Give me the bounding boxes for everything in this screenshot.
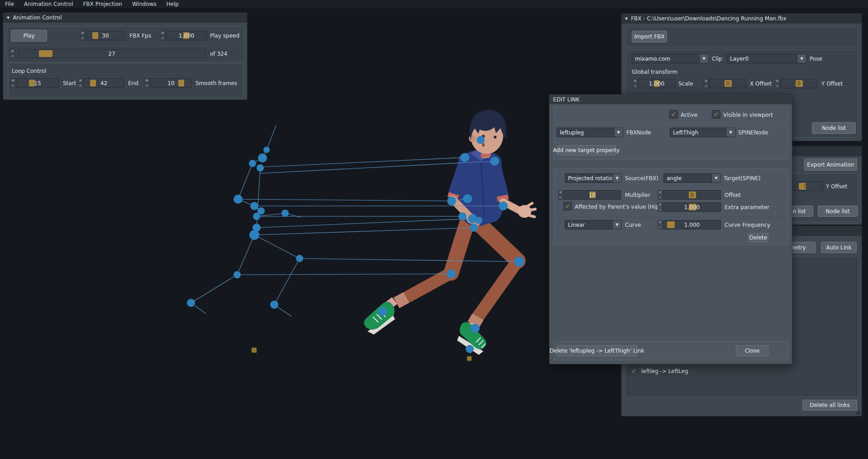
stepper-decrement[interactable]: - <box>775 84 780 88</box>
stepper-increment[interactable]: + <box>160 31 165 35</box>
export-animation-button[interactable]: Export Animation <box>804 158 857 171</box>
stepper-increment[interactable]: + <box>658 190 663 195</box>
link-list-item[interactable]: ✓leftleg -> LeftLeg <box>630 367 688 375</box>
spine-node-combo[interactable]: LeftThigh ▼ <box>670 128 735 137</box>
joint-node[interactable] <box>470 224 478 232</box>
offset-stepper[interactable]: +- <box>658 190 663 200</box>
stepper-decrement[interactable]: - <box>658 207 663 212</box>
stepper-increment[interactable]: + <box>144 78 149 83</box>
target-combo[interactable]: angle ▼ <box>663 173 721 183</box>
joint-node[interactable] <box>463 194 472 203</box>
joint-node[interactable] <box>187 299 195 307</box>
delete-all-links-button[interactable]: Delete all links <box>802 400 857 411</box>
chevron-down-icon[interactable]: ▼ <box>711 174 720 182</box>
joint-node[interactable] <box>458 212 467 220</box>
chevron-down-icon[interactable]: ▼ <box>797 54 806 63</box>
joint-node[interactable] <box>263 147 270 153</box>
offset-drag[interactable]: 0 <box>663 190 721 200</box>
add-target-property-button[interactable]: Add new target property <box>557 145 616 155</box>
stepper-decrement[interactable]: - <box>658 225 663 230</box>
stepper-decrement[interactable]: - <box>658 195 663 200</box>
joint-node[interactable] <box>249 230 259 240</box>
frame-slider[interactable]: 27 <box>18 49 206 58</box>
loop-start-drag[interactable]: 15 <box>16 78 59 88</box>
skeleton-markers[interactable] <box>252 348 472 361</box>
joint-node[interactable] <box>378 307 387 316</box>
close-button[interactable]: Close <box>736 345 768 356</box>
smooth-frames-drag[interactable]: 10 <box>150 78 192 88</box>
joint-node[interactable] <box>514 257 524 267</box>
y-offset-stepper[interactable]: +- <box>775 79 780 88</box>
node-list-button[interactable]: Node list <box>812 122 856 134</box>
joint-node[interactable] <box>447 196 456 206</box>
joint-node[interactable] <box>447 269 456 278</box>
stepper-decrement[interactable]: - <box>10 54 15 58</box>
ik-marker[interactable] <box>252 348 257 353</box>
visible-in-viewport-checkbox[interactable]: ✓ <box>712 110 720 119</box>
stepper-decrement[interactable]: - <box>80 36 85 40</box>
y-offset-drag[interactable]: 0 <box>780 79 817 88</box>
scale-drag[interactable]: 1.000 <box>638 79 675 88</box>
loop-end-drag[interactable]: 42 <box>84 78 124 88</box>
edit-link-titlebar[interactable]: EDIT LINK <box>549 95 792 104</box>
stepper-decrement[interactable]: - <box>78 83 83 88</box>
joint-node[interactable] <box>270 301 278 309</box>
joint-node[interactable] <box>257 164 264 172</box>
stepper-decrement[interactable]: - <box>558 195 563 200</box>
stepper-decrement[interactable]: - <box>633 84 638 88</box>
affected-by-parent-checkbox[interactable]: ✓ <box>563 202 572 210</box>
frame-stepper[interactable]: +- <box>10 49 15 58</box>
joint-node[interactable] <box>258 153 267 163</box>
delete-property-button[interactable]: Delete <box>748 233 768 242</box>
stepper-increment[interactable]: + <box>633 79 638 83</box>
menu-item-animation-control[interactable]: Animation Control <box>19 0 78 8</box>
stepper-increment[interactable]: + <box>658 202 663 207</box>
stepper-increment[interactable]: + <box>10 78 15 83</box>
stepper-decrement[interactable]: - <box>144 83 149 88</box>
collapse-arrow-icon[interactable]: ▼ <box>7 16 10 20</box>
fbx-node-combo[interactable]: leftupleg ▼ <box>557 128 623 137</box>
clip-combo[interactable]: mixamo.com ▼ <box>632 54 709 63</box>
curve-combo[interactable]: Linear ▼ <box>565 220 622 230</box>
menu-item-fbx-projection[interactable]: FBX Projection <box>78 0 127 8</box>
multiplier-stepper[interactable]: +- <box>558 190 563 200</box>
collapse-arrow-icon[interactable]: ▼ <box>625 17 628 21</box>
stepper-decrement[interactable]: - <box>160 36 165 40</box>
joint-node[interactable] <box>249 160 256 167</box>
stepper-increment[interactable]: + <box>775 79 780 83</box>
chevron-down-icon[interactable]: ▼ <box>614 128 623 137</box>
stepper-increment[interactable]: + <box>558 190 563 195</box>
joint-node[interactable] <box>281 210 289 217</box>
play-speed-drag[interactable]: 1.000 <box>166 31 207 40</box>
link-enabled-checkbox[interactable]: ✓ <box>630 367 638 375</box>
fbx-fps-stepper[interactable]: +- <box>80 31 85 40</box>
import-fbx-button[interactable]: Import FBX <box>632 31 667 43</box>
x-offset-stepper[interactable]: +- <box>704 79 709 88</box>
stepper-increment[interactable]: + <box>704 79 709 83</box>
loop-start-stepper[interactable]: +- <box>10 78 15 88</box>
multiplier-drag[interactable]: 10 <box>563 190 621 200</box>
stepper-decrement[interactable]: - <box>704 84 709 88</box>
joint-node[interactable] <box>477 136 485 144</box>
play-button[interactable]: Play <box>11 30 47 42</box>
scale-stepper[interactable]: +- <box>633 79 638 88</box>
active-checkbox[interactable]: ✓ <box>669 110 678 119</box>
smooth-frames-stepper[interactable]: +- <box>144 78 149 88</box>
menu-item-file[interactable]: File <box>0 0 19 8</box>
x-offset-drag[interactable]: 0 <box>709 79 746 88</box>
auto-link-button[interactable]: Auto Link <box>821 242 857 253</box>
chevron-down-icon[interactable]: ▼ <box>699 54 708 63</box>
curve-frequency-stepper[interactable]: +- <box>658 220 663 230</box>
spine-y-offset-drag[interactable]: 0 <box>787 182 823 191</box>
chevron-down-icon[interactable]: ▼ <box>726 128 735 137</box>
joint-node[interactable] <box>250 202 258 210</box>
play-speed-stepper[interactable]: +- <box>160 31 165 40</box>
joint-node[interactable] <box>296 255 303 262</box>
extra-parameter-drag[interactable]: 1.000 <box>663 202 721 212</box>
joint-node[interactable] <box>490 157 499 166</box>
menu-item-help[interactable]: Help <box>162 0 184 8</box>
joint-node[interactable] <box>471 324 480 333</box>
chevron-down-icon[interactable]: ▼ <box>612 220 621 229</box>
delete-link-button[interactable]: Delete 'leftupleg -> LeftThigh' Link <box>557 345 637 356</box>
resize-grip[interactable] <box>855 410 860 415</box>
